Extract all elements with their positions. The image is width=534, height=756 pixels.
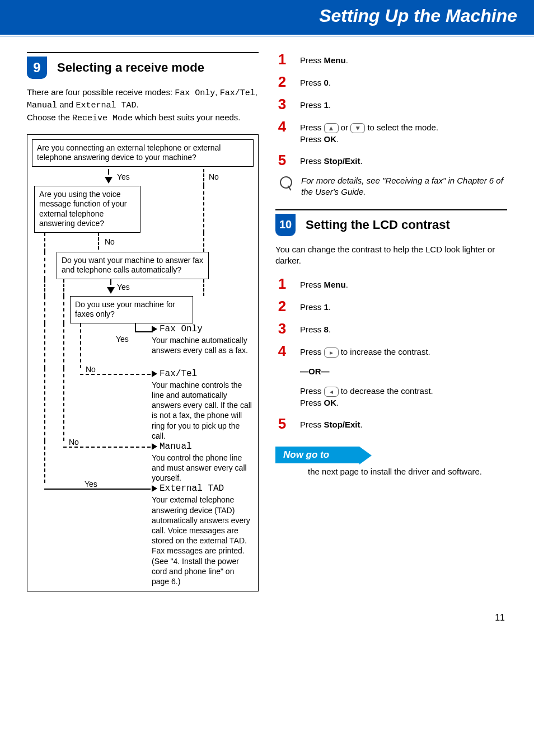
arrow-right-icon bbox=[152, 485, 157, 492]
step-3: 3 Press 1. bbox=[275, 97, 507, 111]
key-ok: OK bbox=[324, 134, 337, 144]
t: to increase the contrast. bbox=[341, 347, 430, 356]
page-header: Setting Up the Machine bbox=[0, 0, 534, 35]
t: . bbox=[336, 134, 339, 144]
key-menu: Menu bbox=[324, 280, 346, 289]
t: or bbox=[341, 123, 351, 132]
now-go-to-text: the next page to install the driver and … bbox=[308, 467, 507, 476]
step-1: 1 Press Menu. bbox=[275, 52, 507, 67]
result-fax-tel-desc: Your machine controls the line and autom… bbox=[152, 380, 254, 441]
flow-q1: Are you connecting an external telephone… bbox=[32, 139, 254, 167]
or-label: —OR— bbox=[300, 367, 330, 376]
intro-b-a: Choose the bbox=[27, 112, 72, 122]
section-10-heading: 10 Setting the LCD contrast bbox=[275, 214, 507, 236]
key-1: 1 bbox=[324, 302, 329, 312]
section-title: Setting the LCD contrast bbox=[306, 218, 450, 232]
t: to decrease the contrast. bbox=[341, 386, 433, 396]
page-number: 11 bbox=[0, 596, 534, 634]
flow-q3: Do you want your machine to answer fax a… bbox=[57, 252, 209, 279]
t: to select the mode. bbox=[367, 123, 438, 132]
key-8: 8 bbox=[324, 325, 329, 334]
receive-mode-mono: Receive Mode bbox=[72, 114, 133, 123]
section-rule bbox=[275, 209, 507, 210]
magnifier-icon bbox=[280, 176, 292, 189]
label-yes: Yes bbox=[117, 283, 130, 292]
right-column: 1 Press Menu. 2 Press 0. 3 Press 1. 4 Pr… bbox=[275, 52, 507, 596]
right-arrow-button: ▸ bbox=[324, 348, 339, 358]
result-manual: Manual bbox=[160, 442, 192, 452]
label-yes: Yes bbox=[85, 480, 97, 489]
note-text: For more details, see "Receiving a fax" … bbox=[301, 175, 507, 198]
t: Press bbox=[300, 134, 324, 144]
step-number: 2 bbox=[275, 299, 289, 313]
step-1: 1 Press Menu. bbox=[275, 276, 507, 291]
and: and bbox=[57, 100, 76, 109]
key-menu: Menu bbox=[324, 55, 346, 65]
t: Press bbox=[300, 78, 324, 87]
step-number: 5 bbox=[275, 416, 289, 431]
step-4: 4 Press ▸ to increase the contrast. —OR—… bbox=[275, 344, 507, 408]
mode-external-tad: External TAD bbox=[76, 101, 136, 110]
t: Press bbox=[300, 156, 324, 166]
result-external-tad: External TAD bbox=[160, 483, 224, 494]
step-5: 5 Press Stop/Exit. bbox=[275, 416, 507, 431]
section-title: Selecting a receive mode bbox=[57, 60, 204, 75]
label-yes: Yes bbox=[116, 335, 129, 344]
section-9-heading: 9 Selecting a receive mode bbox=[27, 57, 259, 79]
intro-text: There are four possible receive modes: bbox=[27, 87, 175, 97]
intro-b-c: which best suits your needs. bbox=[133, 112, 241, 122]
section-number-badge: 10 bbox=[275, 214, 296, 236]
t: . bbox=[329, 302, 331, 312]
t: Press bbox=[300, 420, 324, 429]
label-no: No bbox=[105, 237, 115, 246]
header-rule bbox=[0, 36, 534, 36]
t: Press bbox=[300, 280, 324, 289]
left-column: 9 Selecting a receive mode There are fou… bbox=[27, 52, 259, 596]
t: Press bbox=[300, 123, 324, 132]
section-number-badge: 9 bbox=[27, 57, 47, 79]
result-external-tad-desc: Your external telephone answering device… bbox=[152, 495, 254, 586]
t: . bbox=[346, 55, 348, 65]
step-number: 2 bbox=[275, 74, 289, 89]
label-no: No bbox=[86, 365, 96, 374]
sep: , bbox=[215, 87, 219, 97]
step-number: 1 bbox=[275, 52, 289, 67]
section-10-steps: 1 Press Menu. 2 Press 1. 3 Press 8. 4 Pr… bbox=[275, 276, 507, 431]
up-arrow-button: ▲ bbox=[324, 123, 339, 133]
result-fax-only: Fax Only bbox=[160, 324, 203, 334]
t: . bbox=[329, 78, 331, 87]
arrow-right-icon bbox=[152, 443, 157, 450]
down-arrow-button: ▼ bbox=[350, 123, 365, 133]
step-number: 1 bbox=[275, 276, 289, 291]
label-no: No bbox=[209, 172, 219, 181]
section-rule bbox=[27, 52, 259, 53]
flow-q2: Are you using the voice message function… bbox=[34, 186, 140, 233]
content-columns: 9 Selecting a receive mode There are fou… bbox=[0, 52, 534, 596]
result-fax-only-desc: Your machine automatically answers every… bbox=[152, 335, 254, 355]
left-arrow-button: ◂ bbox=[324, 387, 339, 397]
step-5: 5 Press Stop/Exit. bbox=[275, 153, 507, 167]
step-number: 4 bbox=[275, 119, 289, 134]
t: . bbox=[336, 398, 339, 407]
mode-manual: Manual bbox=[27, 101, 57, 110]
step-number: 3 bbox=[275, 321, 289, 336]
step-number: 4 bbox=[275, 344, 289, 358]
step-number: 3 bbox=[275, 97, 289, 111]
step-3: 3 Press 8. bbox=[275, 321, 507, 336]
result-fax-tel: Fax/Tel bbox=[160, 369, 197, 379]
step-2: 2 Press 0. bbox=[275, 74, 507, 89]
t: Press bbox=[300, 302, 324, 312]
arrow-right-icon bbox=[152, 370, 157, 377]
t: Press bbox=[300, 325, 324, 334]
mode-fax-only: Fax Only bbox=[175, 88, 215, 98]
flow-q4: Do you use your machine for faxes only? bbox=[70, 296, 193, 323]
result-manual-desc: You control the phone line and must answ… bbox=[152, 453, 254, 483]
sep: , bbox=[255, 87, 257, 97]
label-yes: Yes bbox=[117, 172, 130, 181]
t: Press bbox=[300, 386, 324, 396]
t: . bbox=[329, 325, 331, 334]
label-no: No bbox=[69, 438, 79, 447]
t: . bbox=[346, 280, 348, 289]
section-9-steps: 1 Press Menu. 2 Press 0. 3 Press 1. 4 Pr… bbox=[275, 52, 507, 167]
note: For more details, see "Receiving a fax" … bbox=[280, 175, 507, 198]
